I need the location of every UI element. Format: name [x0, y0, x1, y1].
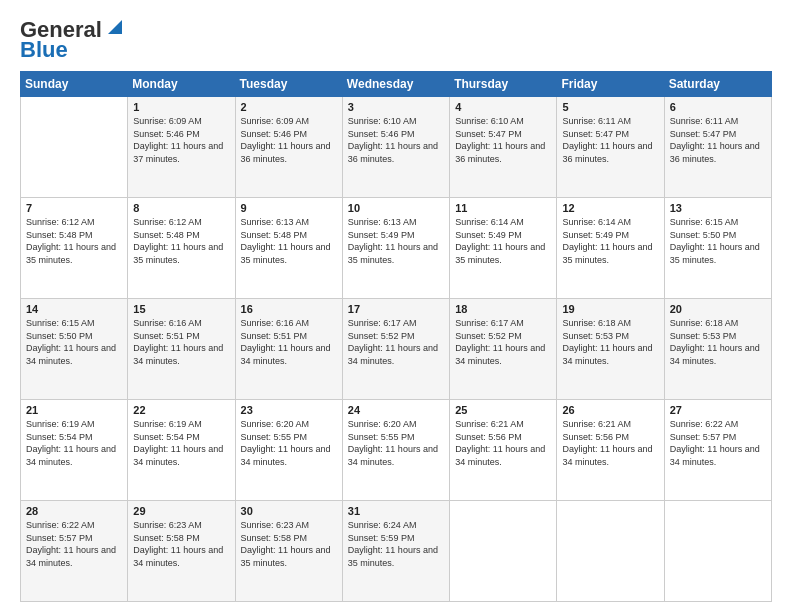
- calendar-cell: 16Sunrise: 6:16 AMSunset: 5:51 PMDayligh…: [235, 299, 342, 400]
- calendar-cell: 20Sunrise: 6:18 AMSunset: 5:53 PMDayligh…: [664, 299, 771, 400]
- page: General Blue SundayMondayTuesdayWednesda…: [0, 0, 792, 612]
- day-info: Sunrise: 6:22 AMSunset: 5:57 PMDaylight:…: [670, 418, 766, 468]
- day-info: Sunrise: 6:21 AMSunset: 5:56 PMDaylight:…: [562, 418, 658, 468]
- day-number: 1: [133, 101, 229, 113]
- day-number: 5: [562, 101, 658, 113]
- calendar-table: SundayMondayTuesdayWednesdayThursdayFrid…: [20, 71, 772, 602]
- calendar-cell: 30Sunrise: 6:23 AMSunset: 5:58 PMDayligh…: [235, 501, 342, 602]
- day-number: 18: [455, 303, 551, 315]
- day-number: 26: [562, 404, 658, 416]
- day-info: Sunrise: 6:15 AMSunset: 5:50 PMDaylight:…: [670, 216, 766, 266]
- day-info: Sunrise: 6:11 AMSunset: 5:47 PMDaylight:…: [562, 115, 658, 165]
- calendar-cell: 21Sunrise: 6:19 AMSunset: 5:54 PMDayligh…: [21, 400, 128, 501]
- day-info: Sunrise: 6:20 AMSunset: 5:55 PMDaylight:…: [241, 418, 337, 468]
- calendar-cell: 15Sunrise: 6:16 AMSunset: 5:51 PMDayligh…: [128, 299, 235, 400]
- svg-marker-0: [108, 20, 122, 34]
- calendar-cell: 24Sunrise: 6:20 AMSunset: 5:55 PMDayligh…: [342, 400, 449, 501]
- calendar-cell: 19Sunrise: 6:18 AMSunset: 5:53 PMDayligh…: [557, 299, 664, 400]
- calendar-cell: 14Sunrise: 6:15 AMSunset: 5:50 PMDayligh…: [21, 299, 128, 400]
- day-number: 28: [26, 505, 122, 517]
- week-row-1: 1Sunrise: 6:09 AMSunset: 5:46 PMDaylight…: [21, 97, 772, 198]
- day-number: 6: [670, 101, 766, 113]
- calendar-cell: [21, 97, 128, 198]
- day-number: 31: [348, 505, 444, 517]
- calendar-cell: 17Sunrise: 6:17 AMSunset: 5:52 PMDayligh…: [342, 299, 449, 400]
- calendar-cell: 18Sunrise: 6:17 AMSunset: 5:52 PMDayligh…: [450, 299, 557, 400]
- header: General Blue: [20, 16, 772, 61]
- day-number: 8: [133, 202, 229, 214]
- weekday-header-tuesday: Tuesday: [235, 72, 342, 97]
- calendar-cell: 5Sunrise: 6:11 AMSunset: 5:47 PMDaylight…: [557, 97, 664, 198]
- week-row-5: 28Sunrise: 6:22 AMSunset: 5:57 PMDayligh…: [21, 501, 772, 602]
- day-info: Sunrise: 6:10 AMSunset: 5:46 PMDaylight:…: [348, 115, 444, 165]
- calendar-cell: 10Sunrise: 6:13 AMSunset: 5:49 PMDayligh…: [342, 198, 449, 299]
- day-number: 17: [348, 303, 444, 315]
- day-info: Sunrise: 6:19 AMSunset: 5:54 PMDaylight:…: [133, 418, 229, 468]
- day-info: Sunrise: 6:14 AMSunset: 5:49 PMDaylight:…: [562, 216, 658, 266]
- calendar-cell: 31Sunrise: 6:24 AMSunset: 5:59 PMDayligh…: [342, 501, 449, 602]
- day-number: 27: [670, 404, 766, 416]
- day-number: 3: [348, 101, 444, 113]
- day-info: Sunrise: 6:17 AMSunset: 5:52 PMDaylight:…: [348, 317, 444, 367]
- week-row-4: 21Sunrise: 6:19 AMSunset: 5:54 PMDayligh…: [21, 400, 772, 501]
- day-info: Sunrise: 6:12 AMSunset: 5:48 PMDaylight:…: [26, 216, 122, 266]
- day-info: Sunrise: 6:10 AMSunset: 5:47 PMDaylight:…: [455, 115, 551, 165]
- day-number: 15: [133, 303, 229, 315]
- calendar-cell: 29Sunrise: 6:23 AMSunset: 5:58 PMDayligh…: [128, 501, 235, 602]
- day-number: 29: [133, 505, 229, 517]
- day-number: 12: [562, 202, 658, 214]
- weekday-header-row: SundayMondayTuesdayWednesdayThursdayFrid…: [21, 72, 772, 97]
- day-info: Sunrise: 6:15 AMSunset: 5:50 PMDaylight:…: [26, 317, 122, 367]
- calendar-cell: [450, 501, 557, 602]
- day-info: Sunrise: 6:17 AMSunset: 5:52 PMDaylight:…: [455, 317, 551, 367]
- calendar-cell: 25Sunrise: 6:21 AMSunset: 5:56 PMDayligh…: [450, 400, 557, 501]
- logo-arrow-icon: [104, 16, 126, 38]
- calendar-cell: 11Sunrise: 6:14 AMSunset: 5:49 PMDayligh…: [450, 198, 557, 299]
- day-number: 16: [241, 303, 337, 315]
- day-info: Sunrise: 6:23 AMSunset: 5:58 PMDaylight:…: [133, 519, 229, 569]
- calendar-cell: 1Sunrise: 6:09 AMSunset: 5:46 PMDaylight…: [128, 97, 235, 198]
- day-info: Sunrise: 6:21 AMSunset: 5:56 PMDaylight:…: [455, 418, 551, 468]
- calendar-cell: 8Sunrise: 6:12 AMSunset: 5:48 PMDaylight…: [128, 198, 235, 299]
- day-info: Sunrise: 6:16 AMSunset: 5:51 PMDaylight:…: [133, 317, 229, 367]
- calendar-cell: 2Sunrise: 6:09 AMSunset: 5:46 PMDaylight…: [235, 97, 342, 198]
- calendar-cell: 6Sunrise: 6:11 AMSunset: 5:47 PMDaylight…: [664, 97, 771, 198]
- day-number: 23: [241, 404, 337, 416]
- weekday-header-saturday: Saturday: [664, 72, 771, 97]
- day-info: Sunrise: 6:18 AMSunset: 5:53 PMDaylight:…: [562, 317, 658, 367]
- weekday-header-sunday: Sunday: [21, 72, 128, 97]
- day-number: 24: [348, 404, 444, 416]
- calendar-cell: 3Sunrise: 6:10 AMSunset: 5:46 PMDaylight…: [342, 97, 449, 198]
- calendar-cell: 12Sunrise: 6:14 AMSunset: 5:49 PMDayligh…: [557, 198, 664, 299]
- calendar-cell: [557, 501, 664, 602]
- day-info: Sunrise: 6:23 AMSunset: 5:58 PMDaylight:…: [241, 519, 337, 569]
- weekday-header-thursday: Thursday: [450, 72, 557, 97]
- day-info: Sunrise: 6:16 AMSunset: 5:51 PMDaylight:…: [241, 317, 337, 367]
- day-number: 11: [455, 202, 551, 214]
- day-number: 19: [562, 303, 658, 315]
- day-number: 30: [241, 505, 337, 517]
- calendar-cell: [664, 501, 771, 602]
- day-info: Sunrise: 6:19 AMSunset: 5:54 PMDaylight:…: [26, 418, 122, 468]
- calendar-cell: 23Sunrise: 6:20 AMSunset: 5:55 PMDayligh…: [235, 400, 342, 501]
- week-row-3: 14Sunrise: 6:15 AMSunset: 5:50 PMDayligh…: [21, 299, 772, 400]
- weekday-header-monday: Monday: [128, 72, 235, 97]
- day-info: Sunrise: 6:09 AMSunset: 5:46 PMDaylight:…: [241, 115, 337, 165]
- logo-blue: Blue: [20, 39, 68, 61]
- day-number: 10: [348, 202, 444, 214]
- day-info: Sunrise: 6:22 AMSunset: 5:57 PMDaylight:…: [26, 519, 122, 569]
- day-number: 22: [133, 404, 229, 416]
- day-info: Sunrise: 6:11 AMSunset: 5:47 PMDaylight:…: [670, 115, 766, 165]
- day-info: Sunrise: 6:09 AMSunset: 5:46 PMDaylight:…: [133, 115, 229, 165]
- day-number: 2: [241, 101, 337, 113]
- day-number: 9: [241, 202, 337, 214]
- day-number: 25: [455, 404, 551, 416]
- day-info: Sunrise: 6:13 AMSunset: 5:49 PMDaylight:…: [348, 216, 444, 266]
- day-info: Sunrise: 6:24 AMSunset: 5:59 PMDaylight:…: [348, 519, 444, 569]
- calendar-cell: 7Sunrise: 6:12 AMSunset: 5:48 PMDaylight…: [21, 198, 128, 299]
- day-info: Sunrise: 6:20 AMSunset: 5:55 PMDaylight:…: [348, 418, 444, 468]
- weekday-header-friday: Friday: [557, 72, 664, 97]
- day-info: Sunrise: 6:18 AMSunset: 5:53 PMDaylight:…: [670, 317, 766, 367]
- calendar-cell: 13Sunrise: 6:15 AMSunset: 5:50 PMDayligh…: [664, 198, 771, 299]
- day-info: Sunrise: 6:12 AMSunset: 5:48 PMDaylight:…: [133, 216, 229, 266]
